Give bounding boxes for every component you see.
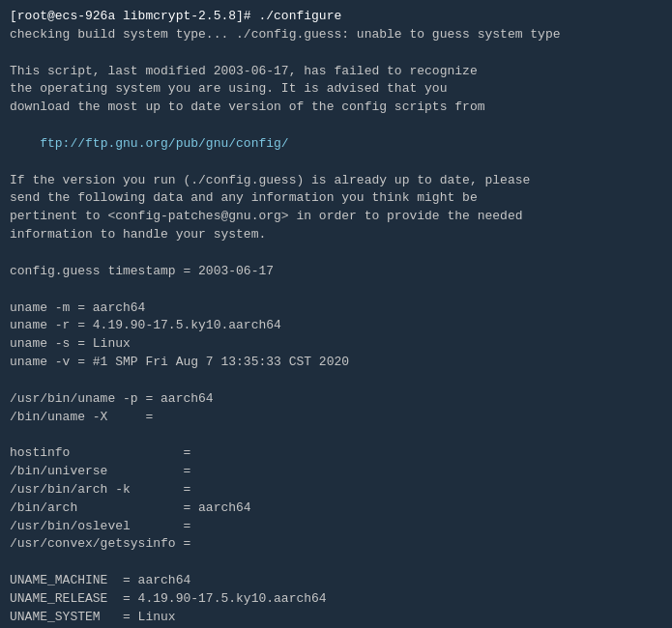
- terminal-line: UNAME_MACHINE = aarch64: [10, 572, 662, 590]
- terminal-line: /bin/universe =: [10, 463, 662, 481]
- terminal-line: [10, 154, 662, 172]
- terminal-line: information to handle your system.: [10, 226, 662, 244]
- terminal-window: [root@ecs-926a libmcrypt-2.5.8]# ./confi…: [0, 0, 672, 628]
- terminal-line: config.guess timestamp = 2003-06-17: [10, 263, 662, 281]
- watermark: [664, 624, 672, 628]
- terminal-line: /usr/bin/arch -k =: [10, 481, 662, 500]
- terminal-line: [10, 44, 662, 63]
- terminal-line: UNAME_RELEASE = 4.19.90-17.5.ky10.aarch6…: [10, 590, 662, 609]
- terminal-line: uname -r = 4.19.90-17.5.ky10.aarch64: [10, 317, 662, 335]
- terminal-line: [10, 281, 662, 300]
- terminal-line: the operating system you are using. It i…: [10, 80, 662, 99]
- terminal-line: [10, 117, 662, 135]
- terminal-line: [10, 554, 662, 572]
- terminal-line: download the most up to date version of …: [10, 99, 662, 117]
- terminal-line: This script, last modified 2003-06-17, h…: [10, 63, 662, 81]
- terminal-line: [10, 372, 662, 390]
- terminal-line: [root@ecs-926a libmcrypt-2.5.8]# ./confi…: [10, 8, 662, 26]
- terminal-line: /usr/bin/oslevel =: [10, 518, 662, 536]
- terminal-line: /usr/convex/getsysinfo =: [10, 535, 662, 554]
- terminal-output: [root@ecs-926a libmcrypt-2.5.8]# ./confi…: [10, 8, 662, 628]
- terminal-line: If the version you run (./config.guess) …: [10, 172, 662, 190]
- terminal-line: send the following data and any informat…: [10, 189, 662, 208]
- terminal-line: /bin/uname -X =: [10, 409, 662, 427]
- terminal-line: ftp://ftp.gnu.org/pub/gnu/config/: [10, 135, 662, 154]
- terminal-line: UNAME_SYSTEM = Linux: [10, 609, 662, 627]
- terminal-line: pertinent to <config-patches@gnu.org> in…: [10, 208, 662, 226]
- terminal-line: /bin/arch = aarch64: [10, 500, 662, 518]
- terminal-line: [10, 244, 662, 263]
- terminal-line: checking build system type... ./config.g…: [10, 26, 662, 44]
- terminal-line: uname -v = #1 SMP Fri Aug 7 13:35:33 CST…: [10, 354, 662, 372]
- terminal-line: hostinfo =: [10, 444, 662, 463]
- terminal-line: uname -m = aarch64: [10, 300, 662, 318]
- terminal-line: [10, 426, 662, 444]
- terminal-line: uname -s = Linux: [10, 335, 662, 354]
- terminal-line: /usr/bin/uname -p = aarch64: [10, 390, 662, 409]
